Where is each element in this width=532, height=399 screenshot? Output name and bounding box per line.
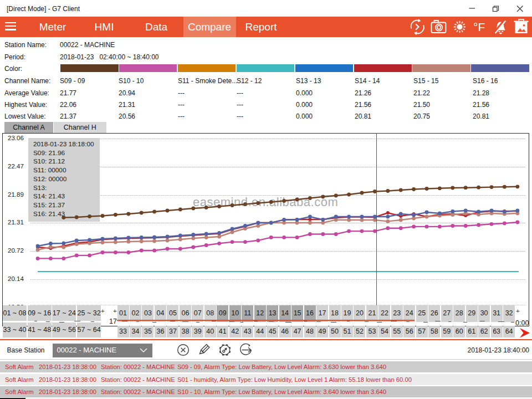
svg-text:°F: °F [473,21,485,33]
